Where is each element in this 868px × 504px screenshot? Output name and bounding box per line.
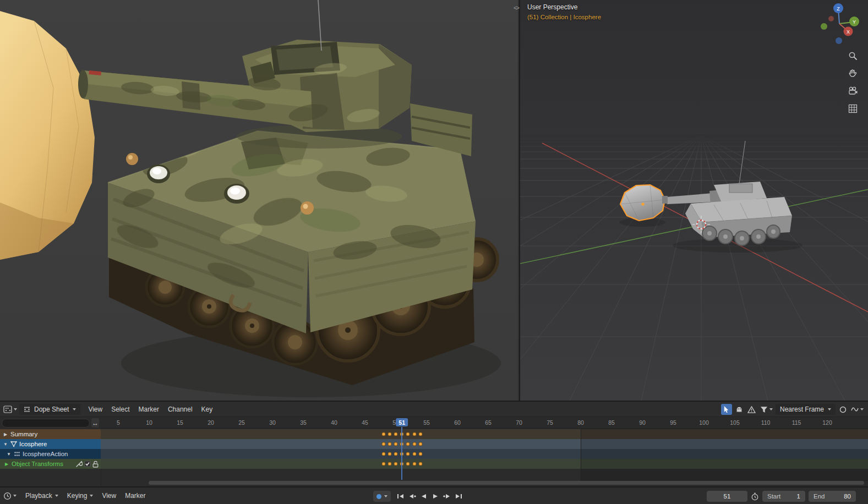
stopwatch-icon[interactable] bbox=[751, 492, 759, 501]
chevron-down-icon bbox=[90, 495, 93, 497]
only-selected-filter-button[interactable] bbox=[721, 404, 732, 415]
show-errors-filter-button[interactable] bbox=[746, 404, 757, 415]
zoom-tool-button[interactable] bbox=[845, 48, 860, 63]
keyframe-dot[interactable] bbox=[418, 452, 422, 456]
play-reverse-button[interactable] bbox=[418, 491, 429, 502]
keyframe-dot[interactable] bbox=[394, 462, 398, 466]
keyframe-dot[interactable] bbox=[387, 432, 391, 436]
keyframe-dot[interactable] bbox=[412, 452, 416, 456]
current-frame-indicator[interactable]: 51 bbox=[396, 418, 408, 426]
channel-settings-button[interactable] bbox=[75, 461, 83, 468]
ruler-tick-100: 100 bbox=[699, 419, 709, 426]
timeline-menu-keying[interactable]: Keying bbox=[63, 490, 98, 501]
falloff-dropdown-button[interactable] bbox=[850, 404, 865, 415]
start-frame-field[interactable]: Start 1 bbox=[762, 491, 805, 502]
channel-name-object[interactable]: ▼Icosphere bbox=[0, 439, 101, 449]
keyframe-dot[interactable] bbox=[394, 452, 398, 456]
frame-range-toggle-button[interactable]: ↔ bbox=[91, 418, 99, 428]
jump-to-next-keyframe-button[interactable] bbox=[441, 491, 452, 502]
keyframe-dot[interactable] bbox=[418, 442, 422, 446]
collapse-arrow-icon[interactable]: ▼ bbox=[3, 442, 8, 447]
keyframe-dot[interactable] bbox=[406, 452, 410, 456]
keyframe-dot[interactable] bbox=[394, 442, 398, 446]
camera-view-button[interactable] bbox=[845, 84, 860, 98]
jump-to-start-button[interactable] bbox=[395, 491, 406, 502]
toggle-projection-button[interactable] bbox=[845, 101, 860, 116]
keyframe-dot[interactable] bbox=[412, 432, 416, 436]
z-axis-label: Z bbox=[837, 6, 840, 12]
playhead-line[interactable] bbox=[401, 427, 402, 480]
dope-sheet-menu-select[interactable]: Select bbox=[107, 404, 134, 415]
y-neg-axis-ball[interactable] bbox=[821, 23, 827, 30]
channel-name-group[interactable]: ▶Object Transforms bbox=[0, 459, 101, 469]
rendered-viewport[interactable] bbox=[0, 0, 518, 401]
chevron-down-icon bbox=[828, 408, 831, 410]
filter-funnel-button[interactable] bbox=[759, 404, 774, 415]
keyframe-dot[interactable] bbox=[418, 432, 422, 436]
keyframe-dot[interactable] bbox=[406, 442, 410, 446]
dope-sheet-mode-dropdown[interactable]: Dope Sheet bbox=[19, 404, 80, 415]
channel-name-summary[interactable]: ▶Summary bbox=[0, 429, 101, 439]
pan-tool-button[interactable] bbox=[845, 66, 860, 80]
object-icon-wrap bbox=[10, 441, 17, 447]
y-axis-label: Y bbox=[853, 19, 856, 25]
timeline-editor-type-dropdown[interactable] bbox=[2, 490, 18, 501]
ruler-tick-10: 10 bbox=[146, 419, 152, 426]
keyframe-dot[interactable] bbox=[387, 442, 391, 446]
play-icon bbox=[431, 493, 440, 500]
timeline-menu-marker[interactable]: Marker bbox=[121, 490, 150, 501]
timeline-menu-playback[interactable]: Playback bbox=[21, 490, 63, 501]
horizontal-scrollbar[interactable] bbox=[149, 481, 864, 485]
keyframe-dot[interactable] bbox=[381, 442, 385, 446]
dope-sheet-header-left: Dope Sheet ViewSelectMarkerChannelKey bbox=[0, 402, 217, 417]
channel-search-input[interactable] bbox=[2, 419, 90, 428]
play-button[interactable] bbox=[430, 491, 441, 502]
keyframe-dot[interactable] bbox=[412, 462, 416, 466]
expand-arrow-icon[interactable]: ▶ bbox=[4, 462, 9, 467]
playback-controls bbox=[373, 491, 464, 502]
channel-lock-button[interactable] bbox=[92, 461, 99, 468]
navigation-gizmo[interactable]: Z Y X bbox=[817, 1, 864, 47]
frame-ruler[interactable]: 5101520253035404550556065707580859095100… bbox=[0, 417, 868, 429]
jump-to-end-button[interactable] bbox=[453, 491, 464, 502]
funnel-icon bbox=[760, 406, 768, 413]
keyframe-dot[interactable] bbox=[394, 432, 398, 436]
x-neg-axis-ball[interactable] bbox=[828, 16, 834, 21]
snap-mode-dropdown[interactable]: Nearest Frame bbox=[776, 404, 836, 415]
collapse-arrow-icon[interactable]: ▼ bbox=[6, 452, 12, 457]
proportional-editing-button[interactable] bbox=[837, 404, 848, 415]
keyframe-dot[interactable] bbox=[387, 452, 391, 456]
dope-sheet-menu-channel[interactable]: Channel bbox=[163, 404, 197, 415]
dope-sheet-body[interactable]: 5101520253035404550556065707580859095100… bbox=[0, 417, 868, 487]
solid-viewport[interactable]: User Perspective (51) Collection | Icosp… bbox=[519, 0, 868, 401]
keyframe-dot[interactable] bbox=[381, 462, 385, 466]
dope-sheet-menu-key[interactable]: Key bbox=[197, 404, 217, 415]
channel-enable-checkbox[interactable] bbox=[84, 461, 91, 467]
dope-sheet-header-right: Nearest Frame bbox=[721, 404, 865, 415]
wrench-icon bbox=[75, 461, 83, 468]
timeline-menu-view[interactable]: View bbox=[97, 490, 121, 501]
keyframe-dot[interactable] bbox=[418, 462, 422, 466]
active-collection-label: (51) Collection | Icosphere bbox=[527, 14, 601, 20]
keyframe-dot[interactable] bbox=[406, 432, 410, 436]
dope-sheet-menu-marker[interactable]: Marker bbox=[134, 404, 163, 415]
editor-type-dropdown[interactable] bbox=[2, 404, 18, 415]
keyframe-dot[interactable] bbox=[381, 452, 385, 456]
show-hidden-filter-button[interactable] bbox=[734, 404, 745, 415]
dope-sheet-menu-view[interactable]: View bbox=[84, 404, 107, 415]
keyframe-dot[interactable] bbox=[381, 432, 385, 436]
region-corner-toggle[interactable]: <> bbox=[514, 4, 518, 11]
dope-sheet-editor-icon bbox=[3, 406, 12, 413]
chevron-down-icon bbox=[860, 408, 864, 410]
z-neg-axis-ball[interactable] bbox=[836, 37, 842, 44]
end-frame-field[interactable]: End 80 bbox=[809, 491, 856, 502]
jump-to-prev-keyframe-button[interactable] bbox=[407, 491, 418, 502]
keyframe-dot[interactable] bbox=[412, 442, 416, 446]
current-frame-field[interactable]: 51 bbox=[707, 491, 747, 502]
auto-keying-button[interactable] bbox=[373, 491, 391, 502]
channel-name-action[interactable]: ▼IcosphereAction bbox=[0, 449, 101, 459]
timeline-menu-marker-label: Marker bbox=[125, 492, 145, 500]
keyframe-dot[interactable] bbox=[406, 462, 410, 466]
expand-arrow-icon[interactable]: ▶ bbox=[3, 432, 8, 437]
keyframe-dot[interactable] bbox=[387, 462, 391, 466]
